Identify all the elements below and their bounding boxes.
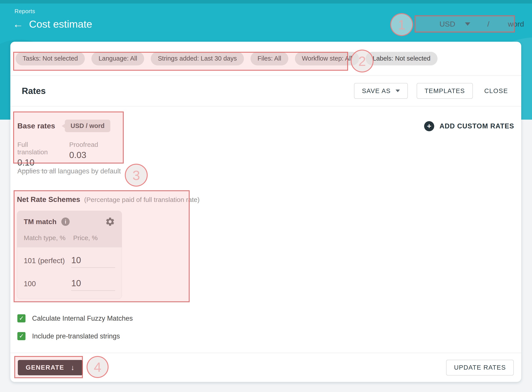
proofread-field: Proofread 0.03 <box>69 141 107 171</box>
generate-button[interactable]: GENERATE ↓ <box>18 360 83 375</box>
net-rate-schemes-title: Net Rate Schemes <box>17 195 80 204</box>
currency-unit-bar: USD / word <box>418 17 512 31</box>
checkbox-checked-icon[interactable]: ✓ <box>17 314 25 322</box>
templates-button[interactable]: TEMPLATES <box>417 83 473 99</box>
add-custom-rates-label: ADD CUSTOM RATES <box>439 122 514 130</box>
info-icon[interactable]: i <box>61 218 70 226</box>
currency-select[interactable]: USD <box>439 20 470 28</box>
filter-chips-row: Tasks: Not selected Language: All String… <box>10 42 521 76</box>
base-rates-section: Base rates USD / word Full translation 0… <box>17 120 110 171</box>
plus-icon: + <box>424 121 434 131</box>
update-rates-label: UPDATE RATES <box>454 364 506 371</box>
cost-estimate-card: Tasks: Not selected Language: All String… <box>10 42 521 382</box>
rates-header-row: Rates SAVE AS TEMPLATES CLOSE <box>10 76 521 107</box>
net-rate-schemes-subtitle: (Percentage paid of full translation rat… <box>84 196 200 203</box>
unit-separator: / <box>487 20 489 28</box>
pre-translated-label: Include pre-translated strings <box>32 332 120 340</box>
base-rates-unit-chip: USD / word <box>65 120 110 132</box>
arrow-down-icon: ↓ <box>71 363 75 372</box>
breadcrumb[interactable]: Reports <box>14 8 35 15</box>
rates-actions: SAVE AS TEMPLATES CLOSE <box>354 83 514 99</box>
top-strip <box>0 0 532 4</box>
proofread-label: Proofread <box>69 141 107 148</box>
currency-value: USD <box>439 20 455 28</box>
card-footer: GENERATE ↓ UPDATE RATES <box>10 353 521 382</box>
tm-match-card: TM match i Match type, % Price, % 101 (p… <box>17 211 122 299</box>
tm-match-title: TM match <box>24 218 57 226</box>
match-type-column-header: Match type, % <box>24 234 73 242</box>
unit-select[interactable]: word <box>508 20 532 28</box>
full-translation-label: Full translation <box>17 141 55 156</box>
generate-label: GENERATE <box>26 364 64 371</box>
chevron-down-icon <box>395 89 400 92</box>
add-custom-rates-button[interactable]: + ADD CUSTOM RATES <box>424 121 514 131</box>
rates-title: Rates <box>18 86 46 96</box>
chevron-down-icon <box>465 22 470 26</box>
checkbox-checked-icon[interactable]: ✓ <box>17 332 25 340</box>
fuzzy-matches-label: Calculate Internal Fuzzy Matches <box>32 314 133 322</box>
base-rates-title: Base rates <box>17 121 55 130</box>
price-input[interactable]: 10 <box>71 255 115 268</box>
gear-icon[interactable] <box>105 217 115 227</box>
full-translation-field: Full translation 0.10 <box>17 141 55 171</box>
net-rate-schemes-section: Net Rate Schemes (Percentage paid of ful… <box>17 195 215 299</box>
price-column-header: Price, % <box>73 234 98 242</box>
templates-label: TEMPLATES <box>425 87 465 95</box>
page-title: Cost estimate <box>29 18 92 30</box>
filter-chip-files[interactable]: Files: All <box>251 52 288 65</box>
options-section: ✓ Calculate Internal Fuzzy Matches ✓ Inc… <box>17 314 133 340</box>
save-as-button[interactable]: SAVE AS <box>354 83 408 99</box>
fuzzy-matches-checkbox-row[interactable]: ✓ Calculate Internal Fuzzy Matches <box>17 314 133 322</box>
save-as-label: SAVE AS <box>362 87 391 95</box>
tm-match-header: TM match i Match type, % Price, % <box>17 211 122 247</box>
filter-chip-tasks[interactable]: Tasks: Not selected <box>16 52 85 65</box>
pre-translated-checkbox-row[interactable]: ✓ Include pre-translated strings <box>17 332 133 340</box>
base-rates-note: Applies to all languages by default <box>17 167 121 175</box>
filter-chip-strings-added[interactable]: Strings added: Last 30 days <box>151 52 244 65</box>
page-title-row: ← Cost estimate <box>13 18 92 30</box>
filter-chip-labels[interactable]: Labels: Not selected <box>366 52 437 65</box>
update-rates-button[interactable]: UPDATE RATES <box>446 360 514 376</box>
filter-chip-language[interactable]: Language: All <box>91 52 144 65</box>
table-row: 101 (perfect) 10 <box>24 255 115 268</box>
unit-value: word <box>508 20 524 28</box>
tm-match-body: 101 (perfect) 10 100 10 <box>17 247 122 299</box>
close-button[interactable]: CLOSE <box>482 87 511 95</box>
match-type-value: 100 <box>24 278 71 288</box>
back-arrow-icon[interactable]: ← <box>13 19 23 29</box>
proofread-input[interactable]: 0.03 <box>69 150 107 163</box>
price-input[interactable]: 10 <box>71 278 115 291</box>
table-row: 100 10 <box>24 278 115 291</box>
match-type-value: 101 (perfect) <box>24 255 71 265</box>
filter-chip-workflow-step[interactable]: Workflow step: All <box>295 52 359 65</box>
